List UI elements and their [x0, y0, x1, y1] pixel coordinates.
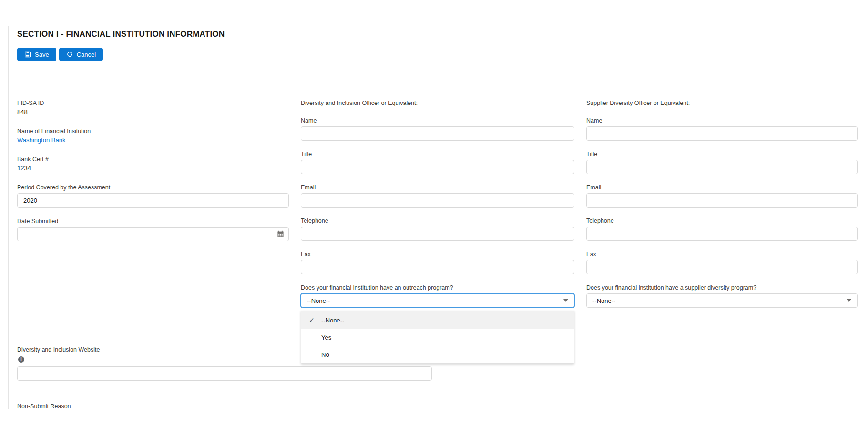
sd-title-input[interactable]	[586, 160, 858, 174]
sd-title-field: Title	[586, 150, 858, 174]
dropdown-option-yes[interactable]: Yes	[301, 329, 574, 346]
dropdown-option-no-label: No	[321, 351, 329, 358]
supplier-officer-header: Supplier Diversity Officer or Equivalent…	[586, 99, 858, 107]
fid-sa-id-value: 848	[17, 108, 289, 116]
toolbar-divider	[17, 76, 856, 76]
dropdown-option-no[interactable]: No	[301, 346, 574, 363]
fid-sa-id-label: FID-SA ID	[17, 99, 289, 107]
checkmark-icon: ✓	[309, 316, 321, 324]
refresh-icon	[66, 51, 73, 58]
outreach-question-field: Does your financial institution have an …	[301, 284, 574, 308]
di-email-field: Email	[301, 184, 574, 208]
non-submit-field: Non-Submit Reason i	[17, 403, 856, 409]
save-icon	[24, 51, 31, 58]
section-panel: SECTION I - FINANCIAL INSTITUTION INFORM…	[8, 26, 865, 409]
di-name-input[interactable]	[301, 126, 574, 141]
di-fax-input[interactable]	[301, 260, 574, 274]
di-fax-field: Fax	[301, 250, 574, 274]
supplier-combobox-value: --None--	[592, 297, 615, 304]
date-submitted-field: Date Submitted	[17, 218, 289, 241]
chevron-down-icon	[847, 299, 851, 302]
sd-telephone-input[interactable]	[586, 227, 858, 241]
sd-name-field: Name	[586, 117, 858, 141]
outreach-question-label: Does your financial institution have an …	[301, 284, 574, 291]
chevron-down-icon	[563, 299, 568, 302]
di-name-field: Name	[301, 117, 574, 141]
date-submitted-input[interactable]	[17, 227, 289, 241]
diversity-officer-header: Diversity and Inclusion Officer or Equiv…	[301, 99, 574, 107]
period-label: Period Covered by the Assessment	[17, 184, 289, 191]
info-icon[interactable]: i	[18, 356, 24, 363]
dropdown-option-none[interactable]: ✓ --None--	[301, 311, 574, 329]
sd-fax-field: Fax	[586, 250, 858, 274]
di-email-label: Email	[301, 184, 574, 191]
institution-name-link[interactable]: Washington Bank	[17, 136, 289, 144]
bank-cert-field: Bank Cert # 1234	[17, 156, 289, 172]
save-button[interactable]: Save	[17, 48, 56, 61]
sd-fax-label: Fax	[586, 250, 858, 258]
bank-cert-value: 1234	[17, 164, 289, 172]
cancel-button-label: Cancel	[77, 51, 96, 58]
supplier-question-label: Does your financial institution have a s…	[586, 284, 858, 291]
diversity-officer-column: Diversity and Inclusion Officer or Equiv…	[301, 99, 574, 308]
outreach-combobox[interactable]: --None--	[301, 293, 574, 308]
institution-column: FID-SA ID 848 Name of Financial Insituti…	[17, 99, 289, 308]
page-title: SECTION I - FINANCIAL INSTITUTION INFORM…	[17, 30, 856, 39]
di-title-input[interactable]	[301, 160, 574, 174]
bank-cert-label: Bank Cert #	[17, 156, 289, 163]
period-field: Period Covered by the Assessment	[17, 184, 289, 208]
sd-name-input[interactable]	[586, 126, 858, 141]
website-input[interactable]	[17, 366, 432, 381]
outreach-combobox-value: --None--	[307, 297, 330, 304]
institution-name-label: Name of Financial Insitution	[17, 127, 289, 135]
save-button-label: Save	[35, 51, 49, 58]
sd-email-input[interactable]	[586, 193, 858, 208]
di-title-label: Title	[301, 150, 574, 158]
form-grid: FID-SA ID 848 Name of Financial Insituti…	[17, 99, 856, 308]
di-name-label: Name	[301, 117, 574, 125]
di-telephone-label: Telephone	[301, 217, 574, 225]
di-telephone-field: Telephone	[301, 217, 574, 241]
toolbar: Save Cancel	[17, 48, 856, 61]
sd-telephone-field: Telephone	[586, 217, 858, 241]
date-submitted-label: Date Submitted	[17, 218, 289, 225]
sd-name-label: Name	[586, 117, 858, 125]
fid-sa-id-field: FID-SA ID 848	[17, 99, 289, 116]
supplier-combobox[interactable]: --None--	[586, 293, 858, 308]
non-submit-label: Non-Submit Reason	[17, 403, 856, 409]
di-email-input[interactable]	[301, 193, 574, 208]
di-telephone-input[interactable]	[301, 227, 574, 241]
di-title-field: Title	[301, 150, 574, 174]
supplier-officer-column: Supplier Diversity Officer or Equivalent…	[586, 99, 858, 308]
period-input[interactable]	[17, 193, 289, 208]
outreach-dropdown-panel: ✓ --None-- Yes No	[301, 311, 574, 364]
institution-name-field: Name of Financial Insitution Washington …	[17, 127, 289, 144]
sd-email-field: Email	[586, 184, 858, 208]
sd-fax-input[interactable]	[586, 260, 858, 274]
sd-email-label: Email	[586, 184, 858, 191]
cancel-button[interactable]: Cancel	[59, 48, 103, 61]
dropdown-option-yes-label: Yes	[321, 334, 331, 341]
sd-title-label: Title	[586, 150, 858, 158]
calendar-icon[interactable]	[277, 230, 284, 238]
di-fax-label: Fax	[301, 250, 574, 258]
supplier-question-field: Does your financial institution have a s…	[586, 284, 858, 308]
dropdown-option-none-label: --None--	[321, 317, 344, 324]
sd-telephone-label: Telephone	[586, 217, 858, 225]
